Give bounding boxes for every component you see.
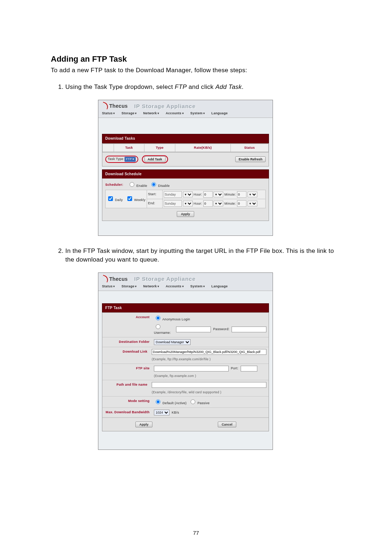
mode-passive[interactable]: Passive [189, 398, 209, 406]
logo: Thecus [102, 102, 128, 110]
menu-system[interactable]: System▾ [190, 284, 205, 289]
scheduler-enable-radio[interactable] [130, 182, 134, 187]
destination-folder-select[interactable]: Download Manager [154, 339, 191, 345]
scheduler-disable-radio[interactable] [151, 182, 156, 187]
chevron-down-icon: ▾ [203, 112, 205, 115]
label-max-bandwidth: Max. Download Bandwidth [102, 408, 152, 417]
shot2-header: Thecus IP Storage Appliance [98, 273, 273, 283]
menubar: Status▾ Storage▾ Network▾ Accounts▾ Syst… [98, 110, 273, 118]
anonymous-radio[interactable] [156, 316, 160, 320]
ftp-cancel-button[interactable]: Cancel [218, 422, 237, 427]
chevron-down-icon: ▾ [182, 112, 184, 115]
username-option[interactable]: Username: [154, 323, 174, 335]
shot1-canvas: Download Tasks Task Type Rate(KB/s) Stat… [98, 118, 273, 235]
menu-language[interactable]: Language [211, 284, 228, 289]
task-type-select[interactable]: FTP ▾ [124, 157, 136, 162]
minute-label: Minute: [224, 193, 236, 196]
panel-ftp-task-title: FTP Task [102, 303, 269, 313]
menu-network[interactable]: Network▾ [143, 111, 159, 116]
appliance-title: IP Storage Appliance [134, 102, 196, 110]
menu-network[interactable]: Network▾ [143, 284, 159, 289]
mode-default[interactable]: Default (Active) [154, 398, 187, 406]
mode-default-radio[interactable] [156, 399, 160, 404]
menu-status[interactable]: Status▾ [102, 111, 115, 116]
menu-storage[interactable]: Storage▾ [122, 111, 137, 116]
chevron-down-icon: ▾ [203, 285, 205, 288]
add-task-highlight: Add Task [142, 155, 168, 163]
end-label: End: [147, 199, 162, 208]
username-input[interactable] [176, 327, 211, 332]
minute-label-2: Minute: [224, 202, 236, 205]
step1-part-a: Using the Task Type dropdown, select [65, 83, 175, 90]
path-input[interactable] [152, 382, 266, 388]
enable-refresh-button[interactable]: Enable Refresh [235, 156, 266, 162]
label-download-link: Download Link [102, 347, 150, 363]
start-hour-select[interactable]: ▾ [213, 192, 223, 197]
chevron-down-icon: ▾ [113, 285, 115, 288]
path-hint: (Example, /directory/file, wild card sup… [152, 390, 266, 394]
start-day-select[interactable]: ▾ [183, 192, 193, 197]
task-type-highlight: Task Type FTP ▾ [105, 156, 138, 163]
tasks-table: Task Type Rate(KB/s) Status [102, 144, 269, 152]
shot1-header: Thecus IP Storage Appliance [98, 100, 273, 110]
start-minute-select[interactable]: ▾ [248, 192, 257, 197]
end-hour-select[interactable]: ▾ [213, 201, 223, 206]
table-header-row: Task Type Rate(KB/s) Status [103, 144, 269, 152]
step1-part-c: . [242, 83, 244, 90]
step-2: In the FTP Task window, start by inputti… [65, 247, 341, 450]
scheduler-enable[interactable]: Enable [128, 181, 147, 188]
end-hour-input[interactable] [203, 200, 213, 207]
daily-checkbox[interactable]: Daily [107, 198, 123, 202]
end-minute-select[interactable]: ▾ [248, 201, 257, 206]
chevron-down-icon: ▾ [158, 112, 159, 115]
page-number: 77 [0, 530, 392, 536]
menu-status[interactable]: Status▾ [102, 284, 115, 289]
start-day-input[interactable] [164, 191, 182, 198]
panel-download-tasks-title: Download Tasks [102, 134, 269, 143]
menu-language[interactable]: Language [211, 111, 228, 116]
menu-accounts[interactable]: Accounts▾ [166, 111, 184, 116]
label-mode-setting: Mode setting [102, 397, 152, 407]
ftp-apply-button[interactable]: Apply [135, 422, 152, 427]
chevron-down-icon: ▾ [158, 285, 159, 288]
col-type: Type [144, 144, 175, 152]
label-ftp-site: FTP site [102, 364, 152, 380]
bandwidth-select[interactable]: 1024 [154, 410, 170, 415]
add-task-button[interactable]: Add Task [144, 156, 166, 162]
ftp-site-input[interactable] [154, 366, 229, 372]
end-minute-input[interactable] [237, 200, 246, 207]
shot2-canvas: FTP Task Account Anonymous Login Usernam… [98, 291, 273, 450]
weekly-checkbox[interactable]: Weekly [126, 198, 146, 202]
password-input[interactable] [232, 327, 266, 332]
port-label: Port: [231, 366, 238, 371]
mode-passive-radio[interactable] [191, 399, 195, 404]
label-account: Account [102, 313, 152, 337]
chevron-down-icon: ▾ [135, 112, 136, 115]
tasks-toolbar: Task Type FTP ▾ Add Task Enable Refresh [102, 152, 269, 167]
end-day-input[interactable] [164, 200, 182, 207]
hour-label-2: Hour: [193, 202, 202, 205]
anonymous-login[interactable]: Anonymous Login [154, 315, 190, 322]
port-input[interactable] [241, 366, 257, 372]
term-ftp: FTP [175, 83, 187, 90]
step1-part-b: and click [187, 83, 216, 90]
end-day-select[interactable]: ▾ [183, 201, 193, 206]
download-link-input[interactable] [152, 349, 266, 355]
chevron-down-icon: ▾ [182, 285, 184, 288]
screenshot-ftp-task: Thecus IP Storage Appliance Status▾ Stor… [98, 272, 273, 450]
schedule-apply-button[interactable]: Apply [177, 211, 194, 217]
screenshot-download-manager: Thecus IP Storage Appliance Status▾ Stor… [98, 100, 273, 236]
ftp-site-hint: (Example, ftp.example.com ) [154, 374, 266, 378]
task-type-label: Task Type [108, 157, 123, 161]
scheduler-disable[interactable]: Disable [150, 181, 170, 188]
start-hour-input[interactable] [203, 191, 213, 198]
start-minute-input[interactable] [237, 191, 246, 198]
heading-adding-ftp-task: Adding an FTP Task [51, 54, 341, 64]
username-radio[interactable] [156, 324, 160, 329]
panel-download-schedule: Scheduler: Enable Disable Daily Weekly [102, 178, 269, 221]
panel-download-schedule-title: Download Schedule [102, 169, 269, 179]
menu-system[interactable]: System▾ [190, 111, 205, 116]
menu-accounts[interactable]: Accounts▾ [166, 284, 184, 289]
ftp-task-form: Account Anonymous Login Username: Passwo… [102, 312, 269, 431]
menu-storage[interactable]: Storage▾ [122, 284, 137, 289]
